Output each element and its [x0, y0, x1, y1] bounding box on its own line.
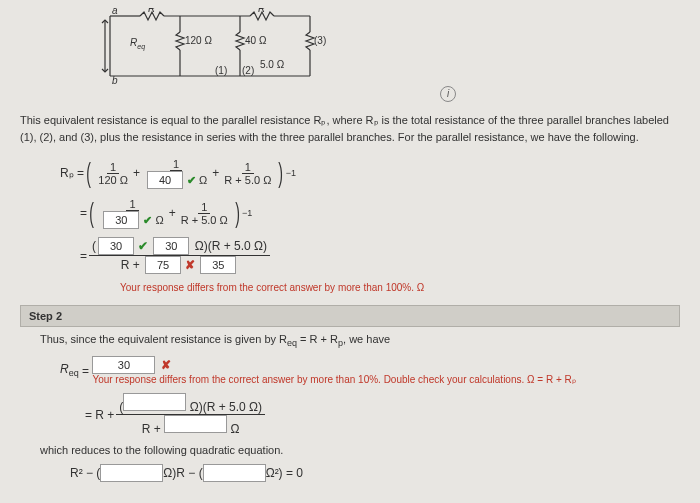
- check-icon: ✔: [143, 214, 152, 226]
- intro-text: This equivalent resistance is equal to t…: [20, 112, 680, 145]
- r-label-2: R: [258, 8, 265, 14]
- check-icon: ✔: [187, 174, 196, 186]
- circuit-diagram: a b R R Req 120 Ω 40 Ω 5.0 Ω (3) (1) (2)…: [100, 8, 680, 102]
- node-a: a: [112, 8, 118, 16]
- r40-label: 40 Ω: [245, 35, 267, 46]
- answer-input[interactable]: [203, 464, 266, 482]
- answer-input[interactable]: 30: [103, 211, 139, 229]
- cross-icon: ✘: [185, 258, 195, 272]
- feedback-text: Your response differs from the correct a…: [92, 374, 575, 385]
- svg-text:Req: Req: [130, 37, 145, 51]
- step2-eq2: = R + ( Ω)(R + 5.0 Ω) R + Ω: [85, 393, 660, 436]
- r-label-1: R: [148, 8, 155, 14]
- answer-input[interactable]: [123, 393, 186, 411]
- r5-label: 5.0 Ω: [260, 59, 285, 70]
- eq1-lhs: Rₚ =: [60, 166, 84, 180]
- page: a b R R Req 120 Ω 40 Ω 5.0 Ω (3) (1) (2)…: [0, 0, 700, 503]
- cross-icon: ✘: [161, 358, 171, 372]
- step2-quadratic: R² − ( Ω)R − ( Ω²) = 0: [70, 464, 660, 482]
- step-header: Step 2: [20, 305, 680, 327]
- node-b: b: [112, 75, 118, 86]
- step2-line1: Thus, since the equivalent resistance is…: [40, 333, 660, 348]
- r120-label: 120 Ω: [185, 35, 212, 46]
- feedback-text: Your response differs from the correct a…: [120, 282, 680, 293]
- answer-input[interactable]: 30: [92, 356, 155, 374]
- equation-3: = (30✔ 30 Ω)(R + 5.0 Ω) R + 75✘ 35: [80, 237, 680, 274]
- answer-input[interactable]: 75: [145, 256, 181, 274]
- content-area: a b R R Req 120 Ω 40 Ω 5.0 Ω (3) (1) (2)…: [0, 0, 700, 503]
- answer-input[interactable]: [164, 415, 227, 433]
- answer-input[interactable]: 30: [153, 237, 189, 255]
- branch1-label: (1): [215, 65, 227, 76]
- step2-reduce: which reduces to the following quadratic…: [40, 444, 660, 456]
- step2-eq1: Req = 30 ✘ Your response differs from th…: [60, 356, 660, 385]
- check-icon: ✔: [138, 239, 148, 253]
- branch2-label: (2): [242, 65, 254, 76]
- step-body: Thus, since the equivalent resistance is…: [20, 327, 680, 496]
- answer-input[interactable]: 35: [200, 256, 236, 274]
- answer-input[interactable]: 30: [98, 237, 134, 255]
- equation-2: = ( 1 30✔ Ω + 1R + 5.0 Ω )−1: [80, 197, 680, 229]
- info-icon[interactable]: i: [440, 86, 456, 102]
- answer-input[interactable]: 40: [147, 171, 183, 189]
- equation-1: Rₚ = ( 1120 Ω + 1 40✔ Ω + 1R + 5.0 Ω )−1: [60, 157, 680, 189]
- answer-input[interactable]: [100, 464, 163, 482]
- branch3-label: (3): [314, 35, 326, 46]
